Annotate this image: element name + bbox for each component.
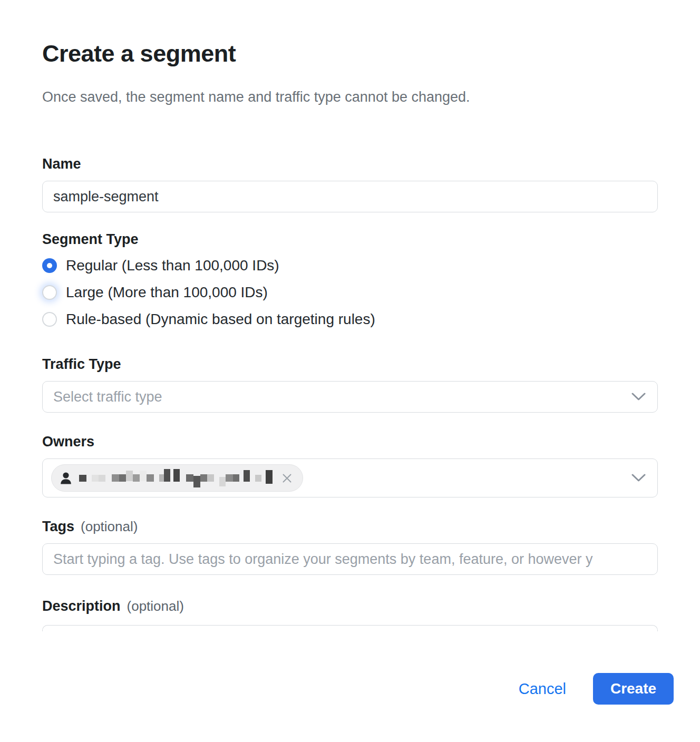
dialog-footer: Cancel Create xyxy=(0,673,700,705)
create-button[interactable]: Create xyxy=(593,673,674,705)
create-segment-dialog: Create a segment Once saved, the segment… xyxy=(0,0,700,631)
radio-option-label: Large (More than 100,000 IDs) xyxy=(66,284,268,301)
radio-option-label: Regular (Less than 100,000 IDs) xyxy=(66,257,279,274)
close-icon[interactable] xyxy=(281,472,293,484)
description-label: Description (optional) xyxy=(42,598,658,614)
name-label: Name xyxy=(42,156,658,172)
owners-select[interactable] xyxy=(42,458,658,497)
redacted-owner-text xyxy=(79,470,273,486)
traffic-type-select[interactable]: Select traffic type xyxy=(42,381,658,413)
chevron-down-icon xyxy=(631,474,646,483)
tags-optional-suffix: (optional) xyxy=(81,519,138,535)
person-icon xyxy=(59,471,73,485)
radio-button-icon[interactable] xyxy=(42,285,57,300)
description-optional-suffix: (optional) xyxy=(127,598,184,614)
description-input[interactable] xyxy=(42,625,658,631)
dialog-subtitle: Once saved, the segment name and traffic… xyxy=(42,89,658,105)
tags-label: Tags (optional) xyxy=(42,519,658,535)
radio-option-label: Rule-based (Dynamic based on targeting r… xyxy=(66,311,375,328)
segment-type-label: Segment Type xyxy=(42,231,658,248)
page-title: Create a segment xyxy=(42,40,658,67)
owner-chip xyxy=(51,464,303,492)
radio-option-regular[interactable]: Regular (Less than 100,000 IDs) xyxy=(42,258,658,273)
segment-type-radio-group: Regular (Less than 100,000 IDs) Large (M… xyxy=(42,258,658,327)
radio-option-large[interactable]: Large (More than 100,000 IDs) xyxy=(42,285,658,300)
traffic-type-label: Traffic Type xyxy=(42,356,658,373)
radio-button-icon[interactable] xyxy=(42,312,57,327)
chevron-down-icon xyxy=(631,393,646,402)
radio-button-icon[interactable] xyxy=(42,258,57,273)
name-input[interactable] xyxy=(42,181,658,212)
traffic-type-placeholder: Select traffic type xyxy=(53,389,162,405)
tags-input[interactable] xyxy=(42,543,658,575)
radio-option-rule-based[interactable]: Rule-based (Dynamic based on targeting r… xyxy=(42,312,658,327)
cancel-button[interactable]: Cancel xyxy=(516,680,569,698)
owners-label: Owners xyxy=(42,434,658,450)
